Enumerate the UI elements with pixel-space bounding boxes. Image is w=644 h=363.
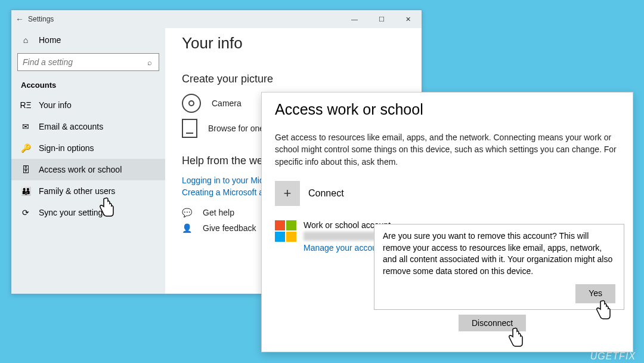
dialog-text: Are you sure you want to remove this acc…	[383, 230, 615, 277]
sidebar-item-sync-your-settings[interactable]: ⟳Sync your settings	[11, 202, 165, 223]
account-email-redacted	[304, 232, 375, 241]
search-icon: ⌕	[141, 54, 159, 70]
family-icon: 👪	[21, 186, 30, 196]
titlebar: ← Settings — ☐ ✕	[11, 10, 422, 28]
category-label: Accounts	[11, 78, 165, 94]
browse-label: Browse for one	[208, 124, 264, 133]
chat-icon: 💬	[182, 208, 192, 217]
sidebar-item-family-other-users[interactable]: 👪Family & other users	[11, 180, 165, 202]
back-button[interactable]: ←	[11, 14, 28, 24]
sidebar-item-label: Sign-in options	[39, 143, 94, 153]
section-create-picture: Create your picture	[182, 73, 405, 85]
sidebar-item-email-accounts[interactable]: ✉Email & accounts	[11, 116, 165, 137]
search-box[interactable]: ⌕	[17, 53, 159, 71]
sidebar: ⌂ Home ⌕ Accounts RΞYour info✉Email & ac…	[11, 28, 165, 294]
microsoft-logo-icon	[275, 220, 296, 242]
maximize-button[interactable]: ☐	[368, 10, 395, 28]
connect-row[interactable]: + Connect	[275, 181, 620, 206]
sidebar-item-label: Family & other users	[39, 186, 115, 196]
envelope-icon: ✉	[21, 122, 30, 131]
camera-label: Camera	[212, 99, 242, 108]
person-icon: 👤	[182, 223, 192, 233]
page-title: Your info	[182, 34, 405, 53]
browse-icon	[182, 119, 197, 138]
yes-button[interactable]: Yes	[575, 284, 615, 303]
window-title: Settings	[28, 15, 341, 23]
connect-label: Connect	[308, 188, 344, 199]
plus-icon: +	[275, 181, 300, 206]
home-icon: ⌂	[21, 35, 30, 45]
sidebar-item-access-work-or-school[interactable]: 🗄Access work or school	[11, 159, 165, 180]
minimize-button[interactable]: —	[341, 10, 368, 28]
disconnect-button[interactable]: Disconnect	[459, 315, 526, 331]
sidebar-item-sign-in-options[interactable]: 🔑Sign-in options	[11, 137, 165, 159]
sidebar-item-label: Email & accounts	[39, 122, 103, 131]
briefcase-icon: 🗄	[21, 165, 30, 174]
sidebar-item-your-info[interactable]: RΞYour info	[11, 94, 165, 116]
window-controls: — ☐ ✕	[341, 10, 422, 28]
key-icon: 🔑	[21, 143, 30, 153]
page-title: Access work or school	[275, 101, 620, 118]
sync-icon: ⟳	[21, 208, 30, 217]
sidebar-item-label: Sync your settings	[39, 208, 107, 217]
sidebar-home[interactable]: ⌂ Home	[11, 28, 165, 52]
close-button[interactable]: ✕	[395, 10, 422, 28]
get-help-link[interactable]: Get help	[203, 208, 234, 217]
home-label: Home	[39, 35, 61, 45]
feedback-link[interactable]: Give feedback	[203, 223, 256, 233]
access-work-school-window: Access work or school Get access to reso…	[261, 92, 633, 352]
watermark: UGETFIX	[590, 351, 636, 362]
remove-account-dialog: Are you sure you want to remove this acc…	[374, 224, 624, 310]
sidebar-item-label: Access work or school	[39, 165, 122, 174]
description: Get access to resources like email, apps…	[275, 131, 620, 168]
camera-icon	[182, 94, 201, 113]
person-card-icon: RΞ	[21, 100, 30, 110]
search-input[interactable]	[18, 54, 141, 70]
sidebar-item-label: Your info	[39, 100, 72, 110]
